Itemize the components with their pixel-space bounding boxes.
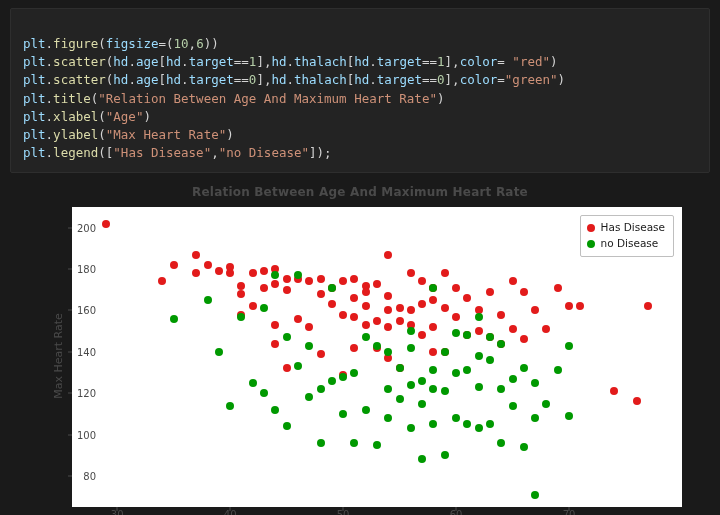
scatter-point xyxy=(283,286,291,294)
scatter-point xyxy=(486,333,494,341)
scatter-point xyxy=(362,406,370,414)
y-tick-label: 200 xyxy=(56,222,96,233)
scatter-point xyxy=(339,410,347,418)
y-tick-mark xyxy=(68,393,72,394)
scatter-point xyxy=(452,284,460,292)
scatter-point xyxy=(305,342,313,350)
legend-label: Has Disease xyxy=(601,220,665,236)
scatter-point xyxy=(509,325,517,333)
scatter-point xyxy=(418,455,426,463)
scatter-point xyxy=(463,420,471,428)
scatter-point xyxy=(565,342,573,350)
scatter-point xyxy=(407,424,415,432)
scatter-point xyxy=(486,420,494,428)
y-tick-label: 160 xyxy=(56,305,96,316)
scatter-point xyxy=(283,275,291,283)
scatter-point xyxy=(429,348,437,356)
scatter-point xyxy=(475,313,483,321)
chart-output: Relation Between Age And Maximum Heart R… xyxy=(10,183,710,515)
scatter-point xyxy=(339,311,347,319)
scatter-point xyxy=(418,300,426,308)
scatter-point xyxy=(565,412,573,420)
scatter-point xyxy=(204,261,212,269)
scatter-point xyxy=(339,277,347,285)
scatter-point xyxy=(384,323,392,331)
scatter-point xyxy=(249,269,257,277)
scatter-point xyxy=(384,306,392,314)
scatter-point xyxy=(192,269,200,277)
scatter-point xyxy=(475,327,483,335)
scatter-point xyxy=(373,342,381,350)
scatter-point xyxy=(317,350,325,358)
scatter-point xyxy=(249,302,257,310)
scatter-point xyxy=(531,379,539,387)
scatter-point xyxy=(509,277,517,285)
scatter-point xyxy=(475,424,483,432)
scatter-point xyxy=(429,284,437,292)
y-tick-mark xyxy=(68,351,72,352)
scatter-point xyxy=(610,387,618,395)
scatter-point xyxy=(170,261,178,269)
code-line: plt.scatter(hd.age[hd.target==1],hd.thal… xyxy=(23,54,558,69)
scatter-point xyxy=(441,269,449,277)
scatter-point xyxy=(429,366,437,374)
scatter-point xyxy=(418,377,426,385)
scatter-point xyxy=(407,344,415,352)
scatter-point xyxy=(396,364,404,372)
y-tick-label: 100 xyxy=(56,429,96,440)
scatter-point xyxy=(396,304,404,312)
scatter-point xyxy=(362,288,370,296)
scatter-point xyxy=(396,395,404,403)
scatter-point xyxy=(237,313,245,321)
scatter-point xyxy=(317,275,325,283)
scatter-point xyxy=(384,385,392,393)
y-tick-mark xyxy=(68,475,72,476)
scatter-point xyxy=(350,439,358,447)
scatter-point xyxy=(407,327,415,335)
scatter-point xyxy=(305,323,313,331)
scatter-point xyxy=(350,313,358,321)
scatter-point xyxy=(362,333,370,341)
scatter-point xyxy=(384,414,392,422)
scatter-point xyxy=(328,284,336,292)
scatter-point xyxy=(283,364,291,372)
scatter-point xyxy=(554,366,562,374)
scatter-point xyxy=(475,383,483,391)
y-tick-mark xyxy=(68,227,72,228)
scatter-point xyxy=(429,323,437,331)
scatter-point xyxy=(441,387,449,395)
y-tick-label: 120 xyxy=(56,388,96,399)
scatter-point xyxy=(260,284,268,292)
scatter-point xyxy=(384,251,392,259)
scatter-point xyxy=(396,317,404,325)
y-tick-mark xyxy=(68,310,72,311)
code-line: plt.title("Relation Between Age And Maxi… xyxy=(23,91,444,106)
scatter-point xyxy=(429,420,437,428)
scatter-point xyxy=(520,443,528,451)
scatter-point xyxy=(633,397,641,405)
scatter-point xyxy=(226,402,234,410)
scatter-point xyxy=(215,348,223,356)
scatter-point xyxy=(531,414,539,422)
x-tick-mark xyxy=(230,507,231,511)
circle-icon xyxy=(587,240,595,248)
scatter-point xyxy=(384,292,392,300)
scatter-point xyxy=(328,377,336,385)
scatter-point xyxy=(418,400,426,408)
scatter-point xyxy=(102,220,110,228)
scatter-point xyxy=(441,451,449,459)
scatter-point xyxy=(362,302,370,310)
y-tick-label: 180 xyxy=(56,264,96,275)
scatter-point xyxy=(452,329,460,337)
scatter-point xyxy=(429,296,437,304)
code-line: plt.scatter(hd.age[hd.target==0],hd.thal… xyxy=(23,72,565,87)
scatter-point xyxy=(373,280,381,288)
scatter-point xyxy=(339,373,347,381)
scatter-point xyxy=(542,400,550,408)
scatter-point xyxy=(452,369,460,377)
scatter-point xyxy=(260,389,268,397)
x-tick-mark xyxy=(569,507,570,511)
scatter-point xyxy=(497,311,505,319)
scatter-point xyxy=(452,313,460,321)
scatter-point xyxy=(260,304,268,312)
